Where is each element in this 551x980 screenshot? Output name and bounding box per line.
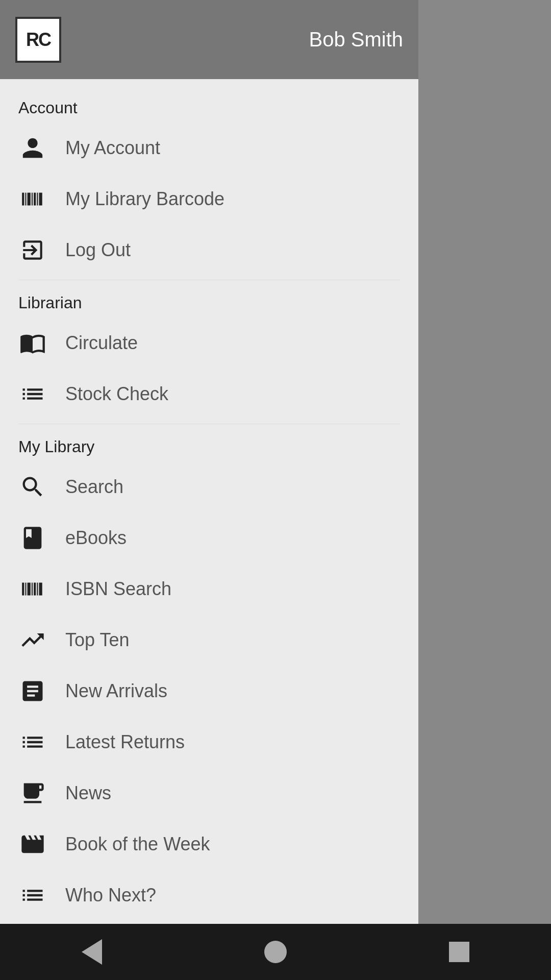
menu-item-who-next[interactable]: Who Next? xyxy=(0,870,418,921)
back-icon xyxy=(82,939,102,965)
person-icon xyxy=(18,134,47,162)
nav-back-button[interactable] xyxy=(61,932,122,972)
book-open-icon xyxy=(18,329,47,357)
list-icon xyxy=(18,380,47,408)
who-next-label: Who Next? xyxy=(65,885,156,906)
menu-item-book-of-week[interactable]: Book of the Week xyxy=(0,819,418,870)
search-label: Search xyxy=(65,476,123,498)
ebooks-label: eBooks xyxy=(65,527,127,549)
search-icon xyxy=(18,473,47,501)
menu-item-ebooks[interactable]: eBooks xyxy=(0,512,418,564)
top-ten-label: Top Ten xyxy=(65,629,129,651)
ebook-icon xyxy=(18,524,47,552)
isbn-barcode-icon xyxy=(18,575,47,603)
menu-item-isbn-search[interactable]: ISBN Search xyxy=(0,564,418,615)
menu-item-logout[interactable]: Log Out xyxy=(0,225,418,276)
section-my-library-label: My Library xyxy=(0,428,418,461)
nav-bar xyxy=(0,924,551,980)
recents-icon xyxy=(449,942,469,962)
newspaper-icon xyxy=(18,779,47,807)
book-of-week-label: Book of the Week xyxy=(65,834,210,855)
circulate-label: Circulate xyxy=(65,332,138,354)
menu-item-search[interactable]: Search xyxy=(0,461,418,512)
nav-home-button[interactable] xyxy=(245,932,306,972)
my-account-label: My Account xyxy=(65,137,160,159)
latest-returns-label: Latest Returns xyxy=(65,731,185,753)
menu-item-my-account[interactable]: My Account xyxy=(0,122,418,174)
isbn-search-label: ISBN Search xyxy=(65,578,171,600)
right-panel xyxy=(418,0,551,949)
new-arrivals-label: New Arrivals xyxy=(65,680,167,702)
section-librarian-label: Librarian xyxy=(0,284,418,317)
username-display: Bob Smith xyxy=(309,28,403,51)
book-of-week-icon xyxy=(18,830,47,859)
menu-item-new-arrivals[interactable]: New Arrivals xyxy=(0,666,418,717)
library-barcode-label: My Library Barcode xyxy=(65,188,224,210)
menu-item-library-barcode[interactable]: My Library Barcode xyxy=(0,174,418,225)
home-icon xyxy=(264,941,287,963)
menu-item-circulate[interactable]: Circulate xyxy=(0,317,418,369)
app-logo: RC xyxy=(15,17,61,63)
nav-recents-button[interactable] xyxy=(429,932,490,972)
menu-content: Account My Account My Library Barcode Lo… xyxy=(0,79,418,949)
divider-1 xyxy=(18,280,400,280)
barcode-icon xyxy=(18,185,47,213)
new-arrivals-icon xyxy=(18,677,47,705)
menu-item-stock-check[interactable]: Stock Check xyxy=(0,369,418,420)
drawer-menu: RC Bob Smith Account My Account My Libra… xyxy=(0,0,418,949)
divider-2 xyxy=(18,424,400,424)
stock-check-label: Stock Check xyxy=(65,383,168,405)
latest-returns-icon xyxy=(18,728,47,756)
menu-item-news[interactable]: News xyxy=(0,768,418,819)
logout-icon xyxy=(18,236,47,264)
who-next-icon xyxy=(18,881,47,910)
app-header: RC Bob Smith xyxy=(0,0,418,79)
menu-item-latest-returns[interactable]: Latest Returns xyxy=(0,717,418,768)
news-label: News xyxy=(65,782,111,804)
menu-item-top-ten[interactable]: Top Ten xyxy=(0,615,418,666)
trending-icon xyxy=(18,626,47,654)
logout-label: Log Out xyxy=(65,239,131,261)
section-account-label: Account xyxy=(0,89,418,122)
